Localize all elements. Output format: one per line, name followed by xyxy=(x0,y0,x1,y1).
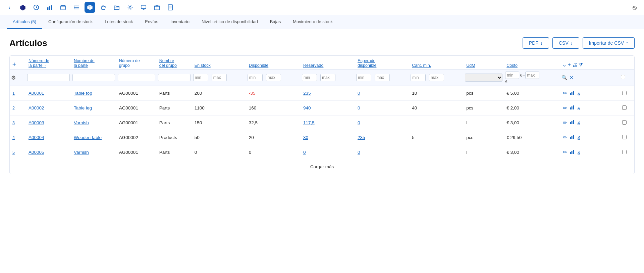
sort-expected[interactable]: Esperado,disponible xyxy=(358,58,377,68)
row-number-0[interactable]: 1 xyxy=(10,86,26,101)
pdf-button[interactable]: PDF ↓ xyxy=(523,37,549,49)
part-no-4[interactable]: A00005 xyxy=(26,145,71,160)
tab-lotes[interactable]: Lotes de stock xyxy=(99,15,139,29)
add-row-button[interactable]: + xyxy=(12,61,16,68)
tab-envios[interactable]: Envíos xyxy=(139,15,164,29)
checkbox-0[interactable] xyxy=(622,91,627,95)
filter-group-no-input[interactable] xyxy=(118,74,155,81)
filter-part-no-input[interactable] xyxy=(27,74,70,81)
expected-0[interactable]: 0 xyxy=(355,86,409,101)
sort-part-no[interactable]: Número dela parte ↑ xyxy=(29,58,49,68)
checkbox-4[interactable] xyxy=(622,150,627,154)
filter-search-button[interactable]: 🔍 xyxy=(561,74,568,81)
tab-configuracion[interactable]: Configuración de stock xyxy=(42,15,99,29)
edit-button-0[interactable]: ✏ xyxy=(562,89,568,97)
exit-icon[interactable]: ⎋ xyxy=(629,2,640,13)
edit-button-2[interactable]: ✏ xyxy=(562,119,568,127)
gift-icon[interactable] xyxy=(152,2,162,13)
filter-expected-max[interactable] xyxy=(375,74,390,81)
chart-button-1[interactable] xyxy=(569,104,575,111)
box-active-icon[interactable] xyxy=(85,2,95,13)
checkbox-2[interactable] xyxy=(622,120,627,125)
print-row-button-3[interactable]: 🖨 xyxy=(576,135,582,141)
print-row-button-0[interactable]: 🖨 xyxy=(576,90,582,97)
back-icon[interactable]: ‹ xyxy=(4,2,15,13)
part-name-0[interactable]: Table top xyxy=(71,86,116,101)
sort-min-qty[interactable]: Cant. min. xyxy=(412,63,431,68)
bar-chart-icon[interactable] xyxy=(44,2,55,13)
row-number-3[interactable]: 4 xyxy=(10,130,26,145)
load-more-cell[interactable]: Cargar más xyxy=(10,160,634,174)
checkbox-1[interactable] xyxy=(622,105,627,110)
tab-inventario[interactable]: Inventario xyxy=(164,15,196,29)
add-column-button[interactable]: + xyxy=(568,62,571,68)
folder-open-icon[interactable] xyxy=(111,2,122,13)
filter-reserved-max[interactable] xyxy=(320,74,335,81)
expected-1[interactable]: 0 xyxy=(355,101,409,116)
sort-in-stock[interactable]: En stock xyxy=(195,63,211,68)
csv-button[interactable]: CSV ↓ xyxy=(552,37,579,49)
filter-stock-max[interactable] xyxy=(212,74,227,81)
edit-button-1[interactable]: ✏ xyxy=(562,104,568,112)
import-csv-button[interactable]: Importar de CSV ↑ xyxy=(583,37,635,49)
columns-chevron-button[interactable]: ⌄ xyxy=(562,61,567,68)
chart-button-3[interactable] xyxy=(569,134,575,141)
filter-minqty-max[interactable] xyxy=(429,74,444,81)
load-more-row[interactable]: Cargar más xyxy=(10,160,634,174)
chart-button-4[interactable] xyxy=(569,149,575,156)
filter-clear-button[interactable]: ✕ xyxy=(569,74,574,81)
edit-button-4[interactable]: ✏ xyxy=(562,148,568,156)
monitor-icon[interactable] xyxy=(138,2,149,13)
chart-button-2[interactable] xyxy=(569,119,575,126)
tab-articulos[interactable]: Artículos (5) xyxy=(7,15,42,29)
tab-bajas[interactable]: Bajas xyxy=(264,15,287,29)
sort-group-name[interactable]: Nombredel grupo xyxy=(159,58,177,68)
reserved-3[interactable]: 30 xyxy=(301,130,355,145)
filter-cost-max[interactable] xyxy=(525,72,539,79)
filter-avail-max[interactable] xyxy=(266,74,281,81)
part-name-4[interactable]: Varnish xyxy=(71,145,116,160)
filter-part-name-input[interactable] xyxy=(72,74,115,81)
reserved-2[interactable]: 117,5 xyxy=(301,116,355,130)
reserved-0[interactable]: 235 xyxy=(301,86,355,101)
sort-reserved[interactable]: Reservado xyxy=(303,63,323,68)
filter-udm-select[interactable] xyxy=(465,74,502,82)
filter-minqty-min[interactable] xyxy=(411,74,426,81)
filter-stock-min[interactable] xyxy=(193,74,208,81)
filter-reserved-min[interactable] xyxy=(302,74,317,81)
filter-avail-min[interactable] xyxy=(248,74,263,81)
row-number-1[interactable]: 2 xyxy=(10,101,26,116)
part-name-1[interactable]: Table leg xyxy=(71,101,116,116)
filter-gear-icon[interactable]: ⚙ xyxy=(11,75,16,81)
part-name-3[interactable]: Wooden table xyxy=(71,130,116,145)
tab-nivel-critico[interactable]: Nivel crítico de disponibilidad xyxy=(196,15,264,29)
part-no-3[interactable]: A00004 xyxy=(26,130,71,145)
sort-part-name[interactable]: Nombre dela parte xyxy=(74,58,95,68)
basket-icon[interactable] xyxy=(98,2,109,13)
filter-group-name-input[interactable] xyxy=(158,74,191,81)
tab-movimiento[interactable]: Movimiento de stock xyxy=(287,15,339,29)
chart-button-0[interactable] xyxy=(569,90,575,97)
print-row-button-1[interactable]: 🖨 xyxy=(576,105,582,111)
row-number-2[interactable]: 3 xyxy=(10,116,26,130)
print-row-button-2[interactable]: 🖨 xyxy=(576,120,582,126)
row-number-4[interactable]: 5 xyxy=(10,145,26,160)
document-icon[interactable] xyxy=(165,2,176,13)
sort-cost[interactable]: Costo xyxy=(506,63,518,68)
part-no-2[interactable]: A00003 xyxy=(26,116,71,130)
checkbox-3[interactable] xyxy=(622,135,627,139)
edit-button-3[interactable]: ✏ xyxy=(562,134,568,141)
part-no-1[interactable]: A00002 xyxy=(26,101,71,116)
cube-icon[interactable] xyxy=(17,2,28,13)
settings-icon[interactable] xyxy=(125,2,136,13)
filter-button[interactable]: ⧩ xyxy=(579,62,583,68)
print-button[interactable]: 🖨 xyxy=(572,62,577,67)
reserved-4[interactable]: 0 xyxy=(301,145,355,160)
sort-available[interactable]: Disponible xyxy=(249,63,268,68)
part-no-0[interactable]: A00001 xyxy=(26,86,71,101)
reserved-1[interactable]: 940 xyxy=(301,101,355,116)
filter-select-all[interactable] xyxy=(621,75,625,79)
calendar-icon[interactable] xyxy=(58,2,68,13)
filter-cost-min[interactable] xyxy=(505,72,519,79)
expected-4[interactable]: 0 xyxy=(355,145,409,160)
